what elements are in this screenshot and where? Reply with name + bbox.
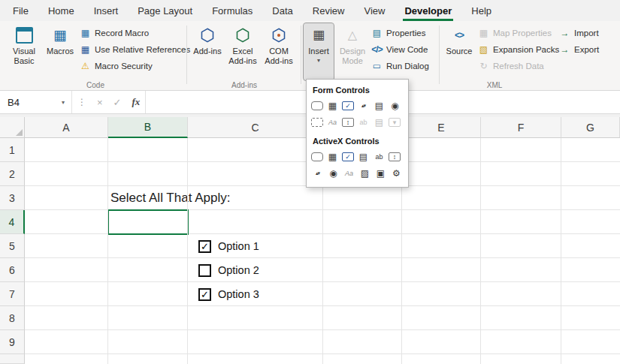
- map-properties-icon: ▦: [478, 29, 489, 38]
- row-header-1[interactable]: 1: [0, 138, 25, 162]
- list-box-icon[interactable]: ▤: [372, 99, 386, 112]
- scroll-bar-icon[interactable]: ↕: [389, 152, 401, 161]
- button-control-icon[interactable]: [311, 101, 323, 110]
- insert-dropdown-menu: Form Controls ▦✓▴▾▤◉ Aa↕ab▤▾ ActiveX Con…: [306, 79, 409, 188]
- export-button[interactable]: → Export: [559, 41, 599, 57]
- form-controls-row-2: Aa↕ab▤▾: [307, 114, 408, 131]
- option-button-icon[interactable]: ◉: [326, 167, 340, 179]
- checkbox-checked[interactable]: ✓: [198, 288, 211, 301]
- ribbon-tab-bar: FileHomeInsertPage LayoutFormulasDataRev…: [0, 0, 620, 21]
- ribbon-tab-formulas[interactable]: Formulas: [202, 0, 262, 21]
- expansion-packs-label: Expansion Packs: [493, 45, 559, 54]
- ribbon-tab-page-layout[interactable]: Page Layout: [128, 0, 202, 21]
- column-header-g[interactable]: G: [561, 117, 620, 138]
- expansion-packs-button[interactable]: ▧ Expansion Packs: [478, 41, 559, 57]
- select-all-corner[interactable]: [0, 117, 25, 138]
- row-header-partial[interactable]: [0, 354, 25, 364]
- combo-box-icon[interactable]: ▦: [325, 99, 340, 112]
- name-box[interactable]: B4 ▾: [0, 91, 72, 113]
- com-add-ins-button[interactable]: COM Add-ins: [262, 23, 296, 80]
- insert-controls-button[interactable]: ▦ Insert ▾: [304, 23, 334, 80]
- ribbon-tab-insert[interactable]: Insert: [84, 0, 129, 21]
- command-button-icon[interactable]: [311, 152, 323, 161]
- row-header-5[interactable]: 5: [0, 234, 25, 258]
- run-dialog-button[interactable]: ▭ Run Dialog: [371, 58, 429, 74]
- formula-bar-handle-icon[interactable]: ⋮: [72, 97, 92, 107]
- combo-box-icon[interactable]: ▦: [325, 150, 340, 163]
- ribbon-tab-data[interactable]: Data: [262, 0, 302, 21]
- check-box-icon[interactable]: ✓: [342, 101, 354, 110]
- list-box-icon[interactable]: ▤: [356, 150, 370, 163]
- scroll-bar-icon[interactable]: ↕: [342, 118, 354, 127]
- row-header-8[interactable]: 8: [0, 306, 25, 330]
- column-header-c[interactable]: C: [188, 117, 323, 138]
- code-group-label: Code: [6, 81, 185, 89]
- macro-security-button[interactable]: ⚠ Macro Security: [80, 58, 153, 74]
- row-header-3[interactable]: 3: [0, 186, 25, 210]
- add-ins-hexagon-icon: [199, 26, 216, 44]
- source-button[interactable]: <> Source: [443, 23, 475, 80]
- import-button[interactable]: → Import: [559, 25, 599, 41]
- ribbon-group-code: Visual Basic ▦ Macros ▦ Record Macro ▦ U…: [6, 21, 185, 90]
- ribbon-tab-developer[interactable]: Developer: [395, 0, 461, 21]
- activex-controls-row-2: ▴▾◉Aa▨▣⚙: [307, 165, 408, 182]
- group-box-icon[interactable]: [311, 118, 323, 127]
- source-icon: <>: [455, 26, 464, 44]
- addins-group-label: Add-ins: [189, 81, 299, 89]
- toggle-button-icon[interactable]: ▣: [374, 167, 388, 179]
- row-header-9[interactable]: 9: [0, 330, 25, 354]
- row-header-7[interactable]: 7: [0, 282, 25, 306]
- macros-button[interactable]: ▦ Macros: [44, 23, 77, 80]
- image-icon[interactable]: ▨: [358, 167, 372, 179]
- label-icon[interactable]: Aa: [325, 116, 340, 128]
- ribbon-tab-review[interactable]: Review: [303, 0, 355, 21]
- checkbox-checked[interactable]: ✓: [198, 240, 211, 253]
- expansion-packs-icon: ▧: [478, 45, 489, 54]
- cell-b3-text[interactable]: Select All That Apply:: [110, 186, 230, 210]
- macros-icon: ▦: [53, 26, 67, 44]
- com-add-ins-hexagon-icon: [271, 26, 287, 44]
- option-row: ✓Option 3: [198, 282, 259, 306]
- add-ins-button[interactable]: Add-ins: [191, 23, 224, 80]
- ribbon-tab-help[interactable]: Help: [461, 0, 501, 21]
- properties-button[interactable]: ▤ Properties: [371, 25, 425, 41]
- use-relative-references-button[interactable]: ▦ Use Relative References: [80, 41, 190, 57]
- design-mode-icon: △: [348, 26, 357, 44]
- combo-list-edit-icon: ▤: [372, 116, 386, 128]
- form-controls-heading: Form Controls: [307, 80, 408, 98]
- option-button-icon[interactable]: ◉: [388, 99, 402, 112]
- checkbox-unchecked[interactable]: [198, 264, 211, 277]
- spin-button-icon[interactable]: ▴▾: [356, 99, 370, 112]
- excel-window: FileHomeInsertPage LayoutFormulasDataRev…: [0, 0, 620, 364]
- column-header-b[interactable]: B: [108, 117, 188, 138]
- more-controls-icon[interactable]: ⚙: [389, 167, 404, 179]
- excel-add-ins-button[interactable]: Excel Add-ins: [225, 23, 260, 80]
- ribbon-tab-view[interactable]: View: [354, 0, 395, 21]
- insert-function-button[interactable]: fx: [127, 96, 146, 108]
- ribbon-tab-home[interactable]: Home: [38, 0, 84, 21]
- spin-button-icon[interactable]: ▴▾: [310, 167, 325, 179]
- option-row: Option 2: [198, 258, 259, 282]
- row-header-2[interactable]: 2: [0, 162, 25, 186]
- record-macro-button[interactable]: ▦ Record Macro: [80, 25, 149, 41]
- column-header-e[interactable]: E: [402, 117, 481, 138]
- run-dialog-icon: ▭: [371, 62, 383, 71]
- group-separator: [301, 26, 301, 84]
- view-code-button[interactable]: </> View Code: [371, 41, 428, 57]
- row-header-4[interactable]: 4: [0, 210, 25, 234]
- ribbon-tab-file[interactable]: File: [3, 0, 38, 21]
- excel-add-ins-label: Excel Add-ins: [225, 47, 260, 66]
- row-header-6[interactable]: 6: [0, 258, 25, 282]
- record-macro-label: Record Macro: [95, 29, 149, 38]
- text-box-icon[interactable]: ab: [372, 150, 386, 163]
- source-label: Source: [446, 47, 473, 56]
- combo-dropdown-edit-icon: ▾: [389, 118, 401, 127]
- column-header-a[interactable]: A: [25, 117, 108, 138]
- label-icon[interactable]: Aa: [342, 167, 356, 179]
- visual-basic-button[interactable]: Visual Basic: [6, 23, 42, 80]
- enter-icon: ✓: [108, 97, 127, 108]
- check-box-icon[interactable]: ✓: [342, 152, 354, 161]
- active-cell-b4[interactable]: [107, 209, 189, 235]
- checkbox-label: Option 3: [218, 288, 259, 300]
- column-header-f[interactable]: F: [481, 117, 561, 138]
